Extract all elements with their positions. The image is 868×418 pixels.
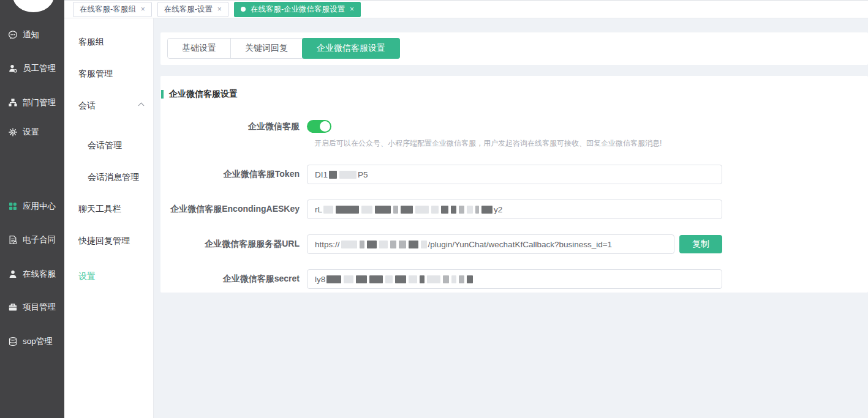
sidebar-item-sop[interactable]: sop管理 bbox=[8, 336, 53, 347]
sidebar-item-label: sop管理 bbox=[23, 336, 53, 347]
token-input[interactable]: DI1 P5 bbox=[307, 165, 722, 184]
tab-wechat-kf-settings[interactable]: 在线客服-企业微信客服设置 × bbox=[234, 2, 361, 17]
contract-icon bbox=[8, 235, 18, 245]
redacted-block bbox=[385, 275, 393, 283]
sidebar-item-settings[interactable]: 设置 bbox=[8, 127, 39, 138]
form-row-server-url: 企业微信客服服务器URL https:// /plugin/YunChat/we… bbox=[161, 234, 868, 254]
redacted-block bbox=[361, 206, 372, 214]
tabs-card: 基础设置 关键词回复 企业微信客服设置 bbox=[160, 32, 868, 65]
aeskey-input[interactable]: rL y2 bbox=[307, 200, 722, 219]
section-accent-bar bbox=[161, 90, 164, 99]
database-icon bbox=[8, 337, 18, 346]
open-tabs-bar: 在线客服-客服组 × 在线客服-设置 × 在线客服-企业微信客服设置 × bbox=[64, 0, 868, 18]
sidebar-item-app-center[interactable]: 应用中心 bbox=[8, 201, 56, 212]
sidebar-item-projects[interactable]: 项目管理 bbox=[8, 302, 56, 313]
field-label: 企业微信客服 bbox=[161, 121, 307, 132]
redacted-block bbox=[395, 275, 406, 283]
form-card: 企业微信客服设置 企业微信客服 开启后可以在公众号、小程序端配置企业微信客服，用… bbox=[160, 76, 868, 293]
field-label: 企业微信客服服务器URL bbox=[161, 239, 307, 250]
redacted-block bbox=[431, 206, 439, 214]
copy-button[interactable]: 复制 bbox=[679, 235, 722, 253]
menu-item-sessions[interactable]: 会话 bbox=[78, 99, 96, 111]
redacted-block bbox=[441, 206, 448, 214]
redacted-block bbox=[390, 241, 396, 248]
redacted-block bbox=[459, 275, 464, 283]
user-gear-icon bbox=[8, 64, 18, 73]
field-label: 企业微信客服secret bbox=[161, 274, 307, 285]
input-value-suffix: P5 bbox=[358, 170, 368, 179]
server-url-input[interactable]: https:// /plugin/YunChat/wechatKfCallbac… bbox=[307, 234, 674, 254]
redacted-block bbox=[323, 206, 333, 214]
sidebar-item-employees[interactable]: 员工管理 bbox=[8, 63, 56, 74]
redacted-block bbox=[356, 275, 367, 283]
sidebar-item-label: 员工管理 bbox=[23, 63, 56, 74]
redacted-block bbox=[443, 275, 449, 283]
menu-item-session-message-management[interactable]: 会话消息管理 bbox=[88, 171, 139, 183]
app-grid-icon bbox=[8, 201, 18, 211]
menu-item-service-groups[interactable]: 客服组 bbox=[78, 35, 104, 48]
redacted-block bbox=[415, 206, 429, 214]
menu-item-label: 会话 bbox=[78, 100, 96, 110]
section-title: 企业微信客服设置 bbox=[169, 89, 238, 100]
form-row-secret: 企业微信客服secret ly8 bbox=[161, 269, 868, 289]
logo-avatar[interactable] bbox=[13, 0, 54, 12]
sidebar-item-label: 在线客服 bbox=[23, 269, 56, 280]
close-icon[interactable]: × bbox=[350, 6, 354, 13]
redacted-block bbox=[467, 206, 473, 214]
secret-input[interactable]: ly8 bbox=[307, 269, 722, 289]
input-value-prefix: DI1 bbox=[315, 170, 328, 179]
close-icon[interactable]: × bbox=[141, 6, 145, 13]
sidebar-item-label: 通知 bbox=[23, 29, 39, 40]
tab-keyword-reply[interactable]: 关键词回复 bbox=[231, 39, 303, 58]
sidebar-item-label: 电子合同 bbox=[23, 234, 56, 245]
menu-item-chat-toolbar[interactable]: 聊天工具栏 bbox=[78, 203, 121, 215]
sidebar-item-departments[interactable]: 部门管理 bbox=[8, 97, 56, 108]
menu-item-service-management[interactable]: 客服管理 bbox=[78, 67, 113, 80]
redacted-block bbox=[339, 171, 357, 179]
field-label: 企业微信客服EncondingAESKey bbox=[161, 204, 307, 215]
input-value-prefix: ly8 bbox=[315, 275, 325, 284]
redacted-block bbox=[379, 241, 388, 248]
chevron-up-icon bbox=[138, 103, 145, 109]
sidebar-item-label: 项目管理 bbox=[23, 302, 56, 313]
redacted-block bbox=[341, 241, 357, 248]
tab-basic-settings[interactable]: 基础设置 bbox=[168, 39, 231, 58]
gear-icon bbox=[8, 127, 18, 137]
redacted-block bbox=[393, 206, 398, 214]
form-row-helper: 开启后可以在公众号、小程序端配置企业微信客服，用户发起咨询在线客服可接收、回复企… bbox=[161, 133, 868, 149]
redacted-block bbox=[344, 275, 353, 283]
redacted-block bbox=[451, 206, 456, 214]
redacted-block bbox=[467, 275, 473, 283]
tab-wechat-kf[interactable]: 企业微信客服设置 bbox=[302, 38, 400, 59]
tab-online-service-settings[interactable]: 在线客服-设置 × bbox=[157, 2, 228, 17]
redacted-block bbox=[360, 241, 364, 248]
redacted-block bbox=[421, 241, 427, 248]
form-row-toggle: 企业微信客服 bbox=[161, 120, 868, 133]
chat-bubble-icon bbox=[8, 30, 18, 40]
sidebar-item-e-contract[interactable]: 电子合同 bbox=[8, 234, 56, 245]
wechat-kf-toggle[interactable] bbox=[307, 120, 331, 133]
sidebar-item-notifications[interactable]: 通知 bbox=[8, 29, 39, 40]
agent-icon bbox=[8, 269, 18, 279]
redacted-block bbox=[336, 206, 359, 214]
tab-label: 在线客服-客服组 bbox=[80, 4, 136, 15]
sidebar-item-online-service[interactable]: 在线客服 bbox=[8, 269, 56, 280]
close-icon[interactable]: × bbox=[217, 6, 222, 13]
briefcase-icon bbox=[8, 302, 18, 312]
redacted-block bbox=[475, 206, 479, 214]
secondary-menu: 客服组 客服管理 会话 会话管理 会话消息管理 聊天工具栏 快捷回复管理 设置 bbox=[64, 18, 154, 418]
redacted-block bbox=[409, 241, 418, 248]
menu-item-quick-reply[interactable]: 快捷回复管理 bbox=[78, 234, 130, 247]
form-row-token: 企业微信客服Token DI1 P5 bbox=[161, 165, 868, 184]
redacted-block bbox=[427, 275, 440, 283]
redacted-block bbox=[369, 275, 383, 283]
active-dot-icon bbox=[241, 7, 246, 12]
menu-item-settings[interactable]: 设置 bbox=[78, 270, 96, 282]
sidebar-item-label: 应用中心 bbox=[23, 201, 56, 212]
wechat-kf-form: 企业微信客服 开启后可以在公众号、小程序端配置企业微信客服，用户发起咨询在线客服… bbox=[161, 120, 868, 289]
redacted-block bbox=[401, 206, 413, 214]
redacted-block bbox=[329, 171, 337, 179]
tab-online-service-group[interactable]: 在线客服-客服组 × bbox=[73, 2, 152, 17]
menu-item-session-management[interactable]: 会话管理 bbox=[88, 139, 122, 151]
redacted-block bbox=[326, 275, 341, 283]
